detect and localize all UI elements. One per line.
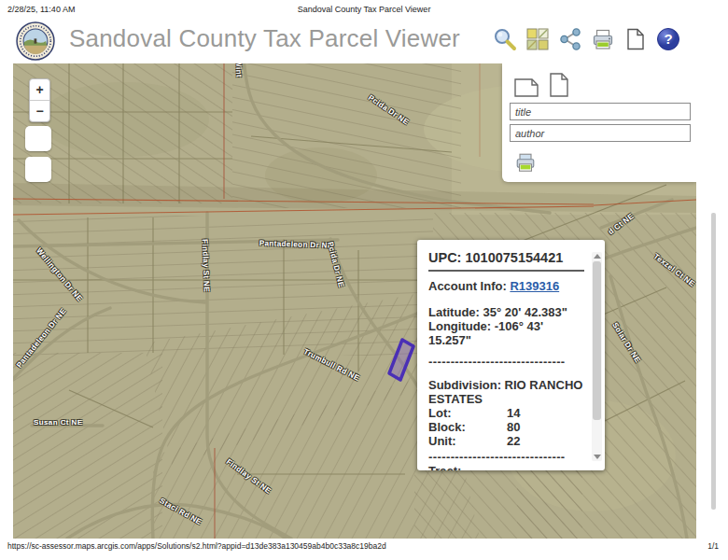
header-toolbar: ? xyxy=(493,27,680,51)
print-footer-page-number: 1/1 xyxy=(707,541,719,551)
popup-subdivision: Subdivision: RIO RANCHO ESTATES xyxy=(428,378,584,406)
popup-account-row: Account Info: R139316 xyxy=(428,279,584,293)
street-label: Susan Ct NE xyxy=(34,418,82,427)
zoom-control: + − xyxy=(29,78,50,122)
scroll-down-arrow-icon[interactable] xyxy=(594,455,601,459)
map-tool-button[interactable] xyxy=(25,126,51,151)
parcel-info-popup: UPC: 1010075154421 Account Info: R139316… xyxy=(417,240,605,470)
popup-divider-line xyxy=(428,270,584,272)
print-icon[interactable] xyxy=(591,27,615,51)
zoom-out-button[interactable]: − xyxy=(30,101,49,121)
landscape-page-icon[interactable] xyxy=(513,76,539,98)
popup-clipped-row: Tract: xyxy=(428,464,584,470)
popup-attribute-row: Lot: 14 xyxy=(428,406,584,420)
map-tool-button[interactable] xyxy=(25,157,51,182)
print-author-input[interactable] xyxy=(510,124,691,142)
basemap-gallery-icon[interactable] xyxy=(525,27,550,51)
scrollbar-thumb[interactable] xyxy=(593,261,601,420)
print-title-input[interactable] xyxy=(510,103,691,120)
block-value: 80 xyxy=(507,420,520,434)
popup-attribute-row: Block: 80 xyxy=(428,420,584,434)
print-preview-page: { "print_header": { "datetime": "2/28/25… xyxy=(0,0,728,560)
print-header-title: Sandoval County Tax Parcel Viewer xyxy=(0,5,728,14)
popup-latitude: Latitude: 35° 20' 42.383" xyxy=(428,305,584,319)
block-label: Block: xyxy=(428,420,507,434)
search-icon[interactable] xyxy=(493,27,517,51)
account-info-link[interactable]: R139316 xyxy=(510,279,559,293)
print-footer-url: https://sc-assessor.maps.arcgis.com/apps… xyxy=(7,541,386,551)
popup-attribute-row: Unit: 22 xyxy=(428,434,584,448)
document-icon[interactable] xyxy=(623,27,648,51)
lot-label: Lot: xyxy=(428,406,507,420)
popup-pointer xyxy=(417,351,418,371)
app-title: Sandoval County Tax Parcel Viewer xyxy=(69,24,460,53)
sandoval-county-seal-logo xyxy=(16,21,55,61)
svg-text:?: ? xyxy=(664,31,672,47)
print-button[interactable] xyxy=(514,151,537,174)
zoom-in-button[interactable]: + xyxy=(30,79,49,101)
scroll-up-arrow-icon[interactable] xyxy=(594,254,601,259)
print-panel xyxy=(502,63,696,182)
street-label: Wint xyxy=(234,63,244,77)
share-icon[interactable] xyxy=(558,27,582,51)
popup-longitude: Longitude: -106° 43' 15.257" xyxy=(428,319,584,347)
account-info-label: Account Info: xyxy=(428,279,510,293)
lot-value: 14 xyxy=(507,406,520,420)
popup-dashed-divider: ------------------------------- xyxy=(428,450,584,464)
page-scrollbar-strip[interactable] xyxy=(711,213,716,510)
street-label: Findlay St NE xyxy=(201,239,211,292)
help-icon[interactable]: ? xyxy=(656,27,680,51)
app-header: Sandoval County Tax Parcel Viewer xyxy=(0,19,728,63)
unit-label: Unit: xyxy=(428,434,507,448)
portrait-page-icon[interactable] xyxy=(549,72,569,98)
unit-value: 22 xyxy=(507,434,520,448)
popup-dashed-divider: ------------------------------- xyxy=(428,355,584,369)
popup-scrollbar[interactable] xyxy=(592,252,602,461)
popup-upc-title: UPC: 1010075154421 xyxy=(428,249,584,266)
